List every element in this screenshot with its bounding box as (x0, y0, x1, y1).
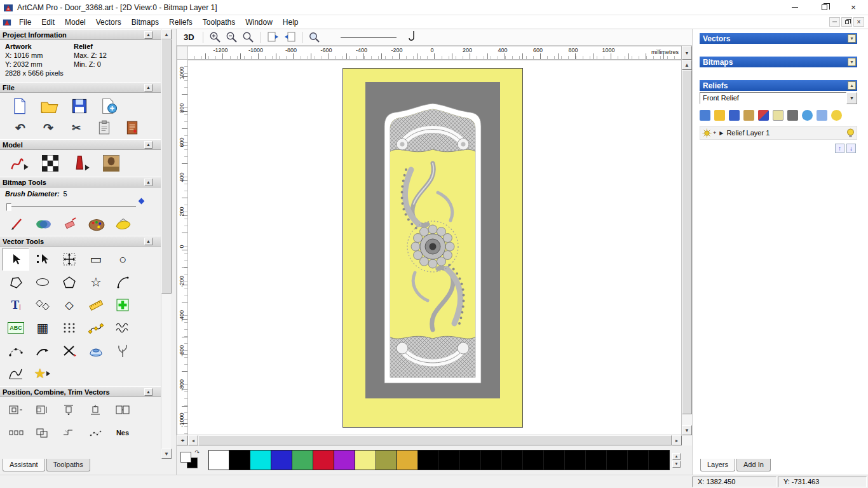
paragraph-text-icon[interactable]: ABC (3, 316, 29, 339)
canvas-scroll-up-button[interactable]: ▲ (682, 60, 692, 70)
open-relief-icon[interactable] (714, 110, 725, 121)
canvas-scroll-left-button[interactable]: ◂ (188, 435, 198, 445)
transform-vectors-icon[interactable] (56, 248, 83, 271)
menu-toolpaths[interactable]: Toolpaths (198, 16, 240, 29)
menu-edit[interactable]: Edit (36, 16, 60, 29)
zoom-page-next-icon[interactable] (283, 30, 297, 44)
layer-move-up-button[interactable]: ↑ (835, 144, 844, 153)
erase-icon[interactable] (61, 216, 79, 233)
collapse-file-button[interactable]: ▲ (144, 84, 153, 92)
canvas-vertical-scrollbar[interactable]: ▲ ▼ (682, 60, 692, 435)
collapse-vector-tools-button[interactable]: ▲ (144, 238, 153, 245)
assistant-scrollbar[interactable]: ▲ ▼ (161, 29, 171, 459)
branch-curve-icon[interactable] (109, 339, 136, 362)
brush-diameter-slider[interactable] (6, 203, 155, 212)
greyscale-preview-icon[interactable] (39, 153, 61, 173)
palette-swatch-2[interactable] (250, 450, 271, 470)
palette-swatch-6[interactable] (334, 450, 355, 470)
menu-model[interactable]: Model (60, 16, 91, 29)
collapse-model-button[interactable]: ▲ (144, 141, 153, 149)
tab-toolpaths[interactable]: Toolpaths (46, 459, 90, 471)
reliefs-header[interactable]: Reliefs ▲ (700, 80, 857, 91)
palette-swatch-8[interactable] (376, 450, 397, 470)
palette-swatch-1[interactable] (229, 450, 250, 470)
layer-visibility-icon[interactable] (702, 128, 712, 138)
menu-help[interactable]: Help (278, 16, 304, 29)
toggle-3d-view-button[interactable]: 3D (180, 31, 198, 43)
star-wizard-icon[interactable]: ★ (29, 362, 56, 385)
close-button[interactable]: × (839, 0, 868, 15)
select-vectors-icon[interactable] (3, 248, 29, 271)
canvas-hscroll-thumb[interactable] (198, 435, 672, 445)
expand-bitmaps-icon[interactable]: ▼ (848, 58, 856, 66)
canvas-scroll-right-button[interactable]: ▸ (672, 435, 682, 445)
relief-selector-dropdown-icon[interactable]: ▼ (846, 92, 857, 104)
scroll-up-button[interactable]: ▲ (161, 29, 172, 39)
palette-swatch-4[interactable] (292, 450, 313, 470)
stamp-relief-icon[interactable] (70, 153, 92, 173)
palette-swatch-0[interactable] (208, 450, 229, 470)
curve-arrow-icon[interactable] (29, 339, 56, 362)
import-model-icon[interactable] (98, 96, 120, 116)
mdi-restore-button[interactable] (841, 17, 852, 27)
slider-thumb[interactable] (6, 203, 11, 211)
zoom-window-icon[interactable] (241, 30, 255, 44)
scale-relief-icon[interactable] (773, 110, 783, 121)
node-editing-icon[interactable] (29, 248, 56, 271)
freehand-curve-icon[interactable] (109, 316, 136, 339)
polygon-tool-icon[interactable] (56, 271, 83, 294)
zoom-in-icon[interactable] (208, 30, 222, 44)
paint-icon[interactable] (34, 216, 52, 233)
mdi-close-button[interactable]: × (853, 17, 864, 27)
tab-add-in[interactable]: Add In (736, 459, 771, 471)
palette-swatch-17[interactable] (565, 450, 586, 470)
weld-icon[interactable] (56, 421, 83, 444)
palette-swatch-14[interactable] (502, 450, 523, 470)
palette-swatch-21[interactable] (649, 450, 670, 470)
grid-tool-icon[interactable]: ▦ (29, 316, 56, 339)
trim-vectors-icon[interactable] (56, 339, 83, 362)
extrude-icon[interactable] (83, 339, 109, 362)
align-bottom-icon[interactable] (83, 398, 109, 421)
bitmaps-header[interactable]: Bitmaps ▼ (700, 57, 857, 67)
minimize-button[interactable] (780, 0, 810, 15)
mirror-relief-icon[interactable] (787, 110, 798, 121)
ruler-unit-dropdown[interactable]: ▼ (682, 46, 692, 60)
rectangle-tool-icon[interactable]: ▭ (83, 248, 109, 271)
palette-swatch-12[interactable] (460, 450, 481, 470)
palette-swatch-7[interactable] (355, 450, 376, 470)
canvas-horizontal-scrollbar[interactable]: ◂ ▸ (188, 435, 692, 445)
scatter-icon[interactable] (83, 421, 109, 444)
save-model-icon[interactable] (69, 96, 90, 116)
open-model-icon[interactable] (39, 96, 60, 116)
relief-layer-row[interactable]: + ▶ Relief Layer 1 (700, 126, 857, 140)
save-relief-icon[interactable] (729, 110, 740, 121)
align-center-icon[interactable] (3, 398, 29, 421)
collapse-position-button[interactable]: ▲ (144, 388, 153, 396)
new-model-icon[interactable] (9, 96, 31, 116)
layer-expand-icon[interactable]: ▶ (719, 130, 723, 136)
polyline-tool-icon[interactable] (3, 271, 29, 294)
cut-icon[interactable]: ✂ (67, 119, 85, 136)
image-preview-icon[interactable] (100, 153, 122, 173)
menu-file[interactable]: File (14, 16, 36, 29)
palette-scroll-down-button[interactable]: ▼ (672, 461, 681, 468)
arc-fit-icon[interactable] (3, 339, 29, 362)
palette-scroll-up-button[interactable]: ▲ (672, 453, 681, 460)
spline-nodes-icon[interactable] (83, 316, 109, 339)
mirror-vectors-icon[interactable] (29, 294, 56, 316)
zoom-page-prev-icon[interactable] (266, 30, 280, 44)
scroll-down-button[interactable]: ▼ (161, 449, 172, 459)
collapse-reliefs-icon[interactable]: ▲ (848, 81, 856, 90)
combine-icon[interactable] (29, 421, 56, 444)
star-tool-icon[interactable]: ☆ (83, 271, 109, 294)
redo-icon[interactable]: ↷ (39, 119, 57, 136)
snap-cross-icon[interactable] (109, 294, 136, 316)
undo-icon[interactable]: ↶ (11, 119, 29, 136)
palette-swatch-10[interactable] (418, 450, 439, 470)
canvas-vscroll-thumb[interactable] (682, 70, 692, 414)
canvas-scroll-down-button[interactable]: ▼ (682, 425, 692, 435)
arc-tool-icon[interactable] (109, 271, 136, 294)
relief-selector[interactable]: Front Relief ▼ (700, 92, 857, 104)
align-inside-icon[interactable] (109, 398, 136, 421)
